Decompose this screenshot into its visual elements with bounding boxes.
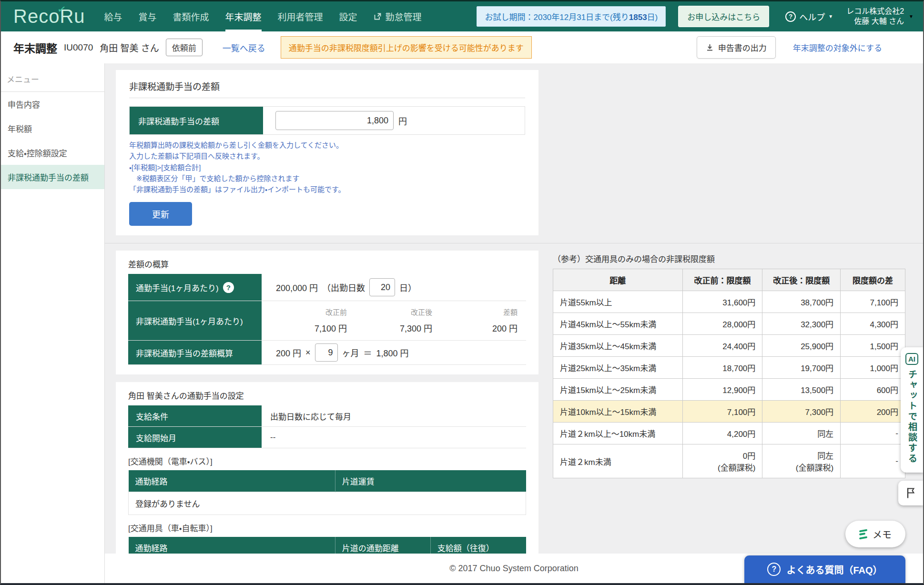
content-area: メニュー 申告内容 年税額 支給・控除額設定 非課税通勤手当の差額 非課税通勤手… xyxy=(1,63,923,583)
app-window: RecoRu ✓ 給与 賞与 書類作成 年末調整 利用者管理 設定 勤怠管理 お… xyxy=(0,0,924,585)
col-after-header: 改正後 xyxy=(411,307,432,317)
workdays-prefix: （出勤日数 xyxy=(322,281,365,293)
start-month-row: 支給開始月 -- xyxy=(128,427,526,448)
estimate-panel: 差額の概算 通勤手当(1ヶ月あたり) ? 200,000 円 （出勤日数 日） xyxy=(116,251,538,374)
transit-route-header: 通勤経路 xyxy=(129,470,335,492)
nav-item-attendance[interactable]: 勤怠管理 xyxy=(374,1,422,31)
vehicle-section-label: [交通用具（車・自転車）] xyxy=(128,522,526,534)
months-input[interactable] xyxy=(315,343,338,362)
status-badge: 依頼前 xyxy=(166,39,203,56)
reference-section: （参考）交通用具のみの場合の非課税限度額 距離 改正前：限度額 改正後：限度額 … xyxy=(553,251,923,554)
table-row: 片道15km以上～25km未満12,900円13,500円600円 xyxy=(553,379,905,401)
employee-code: IU0070 xyxy=(64,42,93,53)
start-month-value: -- xyxy=(262,427,526,448)
condition-value: 出勤日数に応じて毎月 xyxy=(262,405,526,426)
nav-item-year-end-adjustment[interactable]: 年末調整 xyxy=(225,1,262,31)
diff-value: 200 円 xyxy=(492,322,518,334)
back-to-list-link[interactable]: 一覧へ戻る xyxy=(223,41,265,54)
settings-panel-title: 角田 智美さんの通勤手当の設定 xyxy=(128,389,526,401)
flag-icon xyxy=(905,487,916,499)
user-name: 佐藤 大輔 さん xyxy=(846,17,904,27)
allowance-row: 通勤手当(1ヶ月あたり) ? 200,000 円 （出勤日数 日） xyxy=(128,274,526,301)
trial-period-notice: お試し期間：2030年12月31日まで(残り1853日) xyxy=(477,6,666,27)
chevron-down-icon: ▼ xyxy=(909,14,914,19)
table-row-highlighted: 片道10km以上～15km未満7,100円7,300円200円 xyxy=(553,401,905,423)
faq-question-icon: ? xyxy=(767,563,781,576)
exclude-from-adjustment-link[interactable]: 年末調整の対象外にする xyxy=(793,41,882,53)
diff-section: 非課税通勤手当の差額 非課税通勤手当の差額 円 年税額算出時の課税支給額から差し… xyxy=(105,63,923,243)
export-report-button[interactable]: 申告書の出力 xyxy=(697,36,776,59)
table-row: 片道55km以上31,600円38,700円7,100円 xyxy=(553,291,905,313)
nav-menu: 給与 賞与 書類作成 年末調整 利用者管理 設定 xyxy=(104,1,374,31)
table-row: 片道35km以上～45km未満24,400円25,900円1,500円 xyxy=(553,335,905,357)
diff-estimate-label: 非課税通勤手当の差額概算 xyxy=(128,341,262,364)
nav-item-bonus[interactable]: 賞与 xyxy=(139,1,157,31)
employee-name: 角田 智美 さん xyxy=(100,41,159,54)
recoru-logo[interactable]: RecoRu ✓ xyxy=(13,1,85,31)
tax-limit-warning: 通勤手当の非課税限度額引上げの影響を受ける可能性があります xyxy=(281,36,532,59)
help-menu[interactable]: ? ヘルプ ▼ xyxy=(785,1,833,31)
transit-section-label: [交通機関（電車・バス）] xyxy=(128,455,526,467)
multiply-sign: × xyxy=(305,348,311,358)
start-month-label: 支給開始月 xyxy=(128,427,262,448)
logo-text: RecoRu xyxy=(13,6,85,27)
page-header: 年末調整 IU0070 角田 智美 さん 依頼前 一覧へ戻る 通勤手当の非課税限… xyxy=(1,31,923,63)
table-row: 片道45km以上～55km未満28,000円32,300円4,300円 xyxy=(553,313,905,335)
table-row: 片道２km以上～10km未満4,200円同左- xyxy=(553,423,905,444)
nav-item-settings[interactable]: 設定 xyxy=(339,1,357,31)
col-before-header: 改正前 xyxy=(325,307,347,317)
allowance-label: 通勤手当(1ヶ月あたり) xyxy=(136,282,219,293)
reference-table: 距離 改正前：限度額 改正後：限度額 限度額の差 片道55km以上31,600円… xyxy=(553,269,905,478)
sidebar-item-annual-tax[interactable]: 年税額 xyxy=(1,116,104,141)
nontax-allowance-label: 非課税通勤手当(1ヶ月あたり) xyxy=(128,301,262,340)
nav-item-user-management[interactable]: 利用者管理 xyxy=(278,1,323,31)
table-row: 片道25km以上～35km未満18,700円19,700円1,000円 xyxy=(553,357,905,379)
calc-amount: 200 円 xyxy=(276,346,301,359)
update-button[interactable]: 更新 xyxy=(129,202,192,226)
diff-panel-title: 非課税通勤手当の差額 xyxy=(129,80,525,98)
memo-button[interactable]: メモ xyxy=(845,521,905,547)
apply-button[interactable]: お申し込みはこちら xyxy=(678,6,769,27)
company-name: レコル株式会社2 xyxy=(846,7,904,17)
ai-chat-tab[interactable]: AI チャットで相談する xyxy=(901,347,923,473)
user-menu[interactable]: レコル株式会社2 佐藤 大輔 さん ▼ xyxy=(846,1,914,31)
allowance-amount: 200,000 円 xyxy=(276,281,318,293)
diff-estimate-row: 非課税通勤手当の差額概算 200 円 × ヶ月 ＝ 1,800 円 xyxy=(128,341,526,365)
memo-lines-icon xyxy=(859,530,867,539)
faq-label: よくある質問（FAQ） xyxy=(786,563,882,576)
page-title: 年末調整 xyxy=(13,40,57,56)
top-nav: RecoRu ✓ 給与 賞与 書類作成 年末調整 利用者管理 設定 勤怠管理 お… xyxy=(1,1,923,31)
flag-button[interactable] xyxy=(898,481,923,505)
diff-amount-label: 非課税通勤手当の差額 xyxy=(130,107,263,134)
chevron-down-icon: ▼ xyxy=(828,14,833,19)
question-circle-icon[interactable]: ? xyxy=(223,282,234,293)
workdays-input[interactable] xyxy=(369,278,395,296)
faq-button[interactable]: ? よくある質問（FAQ） xyxy=(744,555,905,583)
transit-table: 通勤経路 片道運賃 登録がありません xyxy=(128,470,526,515)
diff-amount-input[interactable] xyxy=(275,111,394,130)
diff-amount-row: 非課税通勤手当の差額 円 xyxy=(129,106,525,135)
nav-item-documents[interactable]: 書類作成 xyxy=(173,1,209,31)
external-link-icon xyxy=(374,12,382,20)
help-circle-icon: ? xyxy=(785,11,796,22)
transit-empty-row: 登録がありません xyxy=(129,492,526,515)
trial-days-remaining: 1853 xyxy=(629,13,647,22)
calc-result: 1,800 円 xyxy=(376,346,409,359)
sidebar-item-declaration[interactable]: 申告内容 xyxy=(1,92,104,116)
sidebar-item-nontax-commute-diff[interactable]: 非課税通勤手当の差額 xyxy=(1,165,104,189)
equals-sign: ＝ xyxy=(364,346,372,359)
table-row: 片道２km未満0円 (全額課税)同左 (全額課税)- xyxy=(553,444,905,478)
ai-chat-label: チャットで相談する xyxy=(905,370,918,464)
before-value: 7,100 円 xyxy=(315,322,347,334)
nontax-allowance-row: 非課税通勤手当(1ヶ月あたり) 改正前 7,100 円 改正後 7,300 円 xyxy=(128,301,526,341)
condition-label: 支給条件 xyxy=(128,405,262,426)
sidebar: メニュー 申告内容 年税額 支給・控除額設定 非課税通勤手当の差額 xyxy=(1,63,105,583)
nav-item-payroll[interactable]: 給与 xyxy=(104,1,122,31)
copyright-text: © 2017 Chuo System Corporation xyxy=(449,564,578,574)
nav-attendance-label: 勤怠管理 xyxy=(386,10,422,23)
col-diff-header: 差額 xyxy=(503,307,518,317)
help-label: ヘルプ xyxy=(799,10,825,23)
sidebar-item-payment-deduction[interactable]: 支給・控除額設定 xyxy=(1,141,104,165)
transit-fare-header: 片道運賃 xyxy=(335,470,526,492)
sidebar-menu-title: メニュー xyxy=(1,63,104,92)
